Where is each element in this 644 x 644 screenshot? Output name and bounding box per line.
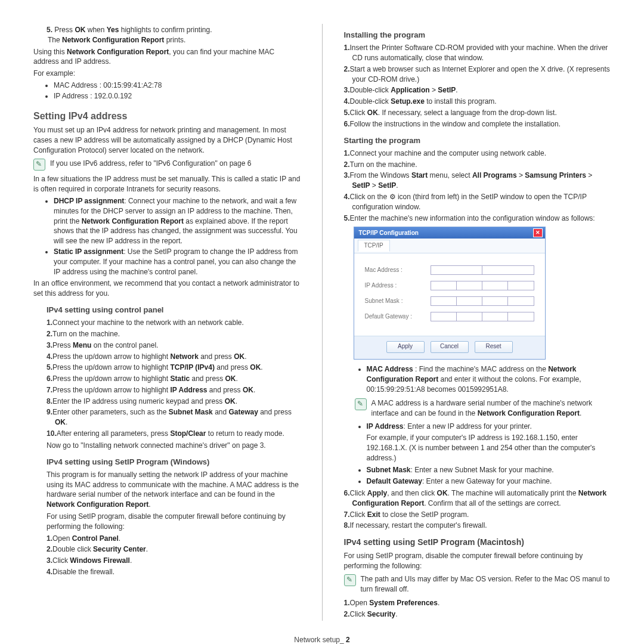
apply-button[interactable]: Apply — [386, 341, 425, 353]
dialog-tabs: TCP/IP — [354, 239, 545, 253]
heading-setip-mac: IPv4 setting using SetIP Program (Macint… — [344, 537, 611, 549]
note-mac-address: A MAC address is a hardware serial numbe… — [355, 398, 611, 419]
close-icon[interactable]: ✕ — [533, 228, 543, 237]
input-gateway[interactable] — [431, 312, 534, 321]
heading-installing-program: Installing the program — [344, 30, 611, 41]
input-subnet[interactable] — [431, 296, 534, 306]
example-list: MAC Address : 00:15:99:41:A2:78 IP Addre… — [33, 80, 301, 101]
ipv4-intro: You must set up an IPv4 address for netw… — [33, 125, 301, 155]
note-mac-os: The path and UIs may differ by Mac OS ve… — [344, 574, 611, 595]
dialog-title: TCP/IP Configuration — [359, 229, 419, 237]
mac-example: MAC Address : 00:15:99:41:A2:78 — [54, 80, 301, 91]
mac-firewall-intro: For using SetIP program, disable the com… — [344, 551, 611, 571]
starting-steps: 1.Connect your machine and the computer … — [344, 148, 611, 224]
field-explanations-2: IP Address: Enter a new IP address for y… — [344, 422, 611, 487]
for-example: For example: — [33, 69, 301, 79]
starting-steps-cont: 6.Click Apply, and then click OK. The ma… — [344, 488, 611, 531]
goto-installing: Now go to "Installing network connected … — [47, 441, 301, 451]
field-explanations: MAC Address : Find the machine's MAC add… — [344, 364, 611, 394]
tcpip-dialog: TCP/IP Configuration ✕ TCP/IP Mac Addres… — [354, 227, 546, 360]
note-icon — [344, 574, 356, 586]
explain-gateway: Default Gateway: Enter a new Gateway for… — [367, 476, 611, 487]
firewall-disable: For using SetIP program, disable the com… — [47, 512, 301, 532]
static-assignment: Static IP assignment: Use the SetIP prog… — [54, 247, 301, 277]
input-mac[interactable] — [431, 265, 534, 275]
heading-setip-windows: IPv4 setting using SetIP Program (Window… — [47, 457, 301, 467]
dialog-titlebar: TCP/IP Configuration ✕ — [354, 227, 545, 239]
step-5: 5. Press OK when Yes highlights to confi… — [47, 25, 301, 45]
note-icon — [33, 159, 45, 171]
dhcp-assignment: DHCP IP assignment: Connect your machine… — [54, 196, 301, 246]
office-recommend: In an office environment, we recommend t… — [33, 278, 301, 299]
label-mac: Mac Address : — [365, 266, 431, 274]
tab-tcpip[interactable]: TCP/IP — [358, 240, 390, 252]
note-icon — [355, 398, 367, 410]
reset-button[interactable]: Reset — [475, 341, 513, 353]
using-report: Using this Network Configuration Report,… — [33, 47, 301, 67]
heading-setting-ipv4: Setting IPv4 address — [33, 110, 301, 123]
firewall-steps: 1.Open Control Panel. 2.Double click Sec… — [47, 534, 301, 577]
ip-example: IP Address : 192.0.0.192 — [54, 91, 301, 101]
gear-icon — [389, 193, 396, 201]
explain-ip: IP Address: Enter a new IP address for y… — [367, 422, 611, 463]
label-subnet: Subnet Mask : — [365, 297, 431, 305]
explain-subnet: Subnet Mask: Enter a new Subnet Mask for… — [367, 465, 611, 475]
assignment-list: DHCP IP assignment: Connect your machine… — [33, 196, 301, 277]
heading-starting-program: Starting the program — [344, 135, 611, 146]
input-ip[interactable] — [431, 281, 534, 290]
label-ip: IP Address : — [365, 281, 431, 290]
control-panel-steps: 1.Connect your machine to the network wi… — [47, 318, 301, 439]
label-gateway: Default Gateway : — [365, 312, 431, 321]
step-5-list: 5. Press OK when Yes highlights to confi… — [47, 25, 301, 45]
note-ipv6: If you use IPv6 address, refer to "IPv6 … — [33, 159, 301, 171]
setip-intro: This program is for manually setting the… — [47, 470, 301, 510]
page-footer: Network setup_ 2 — [33, 635, 611, 644]
explain-mac: MAC Address : Find the machine's MAC add… — [367, 364, 611, 394]
heading-ipv4-control-panel: IPv4 setting using control panel — [47, 305, 301, 315]
mac-steps: 1.Open System Preferences. 2.Click Secur… — [344, 598, 611, 620]
static-ip-intro: In a few situations the IP address must … — [33, 174, 301, 194]
left-column: 5. Press OK when Yes highlights to confi… — [33, 24, 301, 621]
column-divider — [322, 24, 323, 621]
installing-steps: 1.Insert the Printer Software CD-ROM pro… — [344, 43, 611, 129]
cancel-button[interactable]: Cancel — [431, 341, 469, 353]
right-column: Installing the program 1.Insert the Prin… — [344, 24, 611, 621]
